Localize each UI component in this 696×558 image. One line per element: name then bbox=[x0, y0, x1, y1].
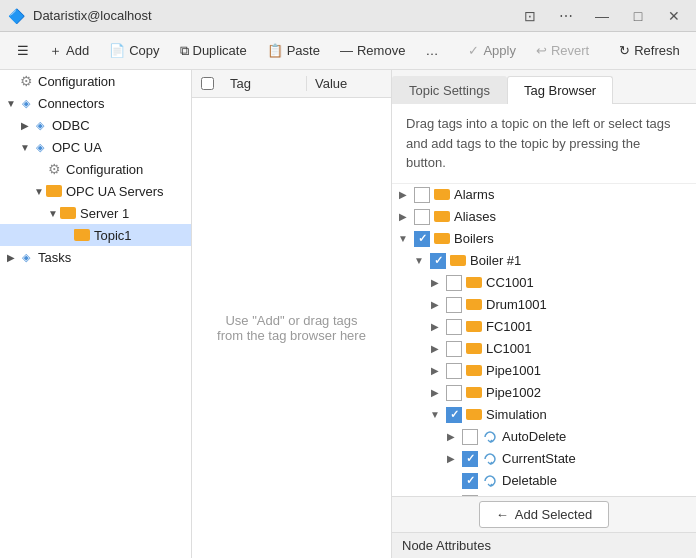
tag-checkbox-deletable[interactable] bbox=[462, 473, 478, 489]
revert-button[interactable]: ↩ Revert bbox=[527, 38, 598, 63]
close-icon-button[interactable]: ✕ bbox=[660, 2, 688, 30]
boilers-folder-icon bbox=[434, 233, 450, 244]
tag-checkbox-alarms[interactable] bbox=[414, 187, 430, 203]
tag-label-autodelete: AutoDelete bbox=[502, 429, 566, 444]
boiler1-folder-icon bbox=[450, 255, 466, 266]
toolbar: ☰ ＋ Add 📄 Copy ⧉ Duplicate 📋 Paste — Rem… bbox=[0, 32, 696, 70]
more-options-icon-button[interactable]: ⋯ bbox=[552, 2, 580, 30]
tag-checkbox-boilers[interactable] bbox=[414, 231, 430, 247]
more-icon: … bbox=[425, 43, 438, 58]
tag-item-drum1001[interactable]: ▶ Drum1001 bbox=[392, 294, 696, 316]
tag-item-autodelete[interactable]: ▶ AutoDelete bbox=[392, 426, 696, 448]
select-all-checkbox[interactable] bbox=[201, 77, 214, 90]
paste-icon: 📋 bbox=[267, 43, 283, 58]
lasttransition-tag-icon bbox=[482, 495, 498, 497]
tag-tree-area[interactable]: ▶ Alarms ▶ Aliases ▼ Boilers bbox=[392, 184, 696, 497]
tag-arrow-aliases: ▶ bbox=[396, 211, 410, 222]
tree-item-tasks[interactable]: ▶ ◈ Tasks bbox=[0, 246, 191, 268]
deletable-tag-icon bbox=[482, 473, 498, 489]
col-header-tag: Tag bbox=[222, 76, 307, 91]
col-header-value: Value bbox=[307, 76, 391, 91]
add-icon: ＋ bbox=[49, 42, 62, 60]
tag-checkbox-drum1001[interactable] bbox=[446, 297, 462, 313]
tree-label-opc-configuration: Configuration bbox=[66, 162, 143, 177]
tab-topic-settings[interactable]: Topic Settings bbox=[392, 76, 507, 104]
maximize-icon-button[interactable]: □ bbox=[624, 2, 652, 30]
hamburger-menu-button[interactable]: ☰ bbox=[8, 38, 38, 63]
tag-label-fc1001: FC1001 bbox=[486, 319, 532, 334]
tasks-icon: ◈ bbox=[18, 249, 34, 265]
tag-item-simulation[interactable]: ▼ Simulation bbox=[392, 404, 696, 426]
aliases-folder-icon bbox=[434, 211, 450, 222]
tree-label-opc-ua-servers: OPC UA Servers bbox=[66, 184, 164, 199]
title-bar: 🔷 Dataristix@localhost ⊡ ⋯ — □ ✕ bbox=[0, 0, 696, 32]
tag-label-currentstate: CurrentState bbox=[502, 451, 576, 466]
tag-checkbox-currentstate[interactable] bbox=[462, 451, 478, 467]
tag-item-lasttransition[interactable]: ▶ LastTransition bbox=[392, 492, 696, 497]
duplicate-button[interactable]: ⧉ Duplicate bbox=[171, 38, 256, 64]
tag-browser-content: Drag tags into a topic on the left or se… bbox=[392, 104, 696, 532]
tag-item-boiler1[interactable]: ▼ Boiler #1 bbox=[392, 250, 696, 272]
tag-item-lc1001[interactable]: ▶ LC1001 bbox=[392, 338, 696, 360]
refresh-button[interactable]: ↻ Refresh bbox=[610, 38, 689, 63]
minimize-icon-button[interactable]: — bbox=[588, 2, 616, 30]
tag-checkbox-pipe1002[interactable] bbox=[446, 385, 462, 401]
tree-item-configuration[interactable]: ⚙ Configuration bbox=[0, 70, 191, 92]
tag-item-aliases[interactable]: ▶ Aliases bbox=[392, 206, 696, 228]
tag-label-alarms: Alarms bbox=[454, 187, 494, 202]
tree-item-topic1[interactable]: Topic1 bbox=[0, 224, 191, 246]
tag-checkbox-boiler1[interactable] bbox=[430, 253, 446, 269]
tag-checkbox-aliases[interactable] bbox=[414, 209, 430, 225]
tag-checkbox-lasttransition[interactable] bbox=[462, 495, 478, 497]
opc-config-gear-icon: ⚙ bbox=[46, 161, 62, 177]
tag-item-fc1001[interactable]: ▶ FC1001 bbox=[392, 316, 696, 338]
tag-item-boilers[interactable]: ▼ Boilers bbox=[392, 228, 696, 250]
middle-panel: Tag Value Use "Add" or drag tags from th… bbox=[192, 70, 392, 558]
tag-item-deletable[interactable]: Deletable bbox=[392, 470, 696, 492]
tag-label-drum1001: Drum1001 bbox=[486, 297, 547, 312]
add-button[interactable]: ＋ Add bbox=[40, 37, 98, 65]
tag-item-alarms[interactable]: ▶ Alarms bbox=[392, 184, 696, 206]
tag-item-cc1001[interactable]: ▶ CC1001 bbox=[392, 272, 696, 294]
tag-checkbox-fc1001[interactable] bbox=[446, 319, 462, 335]
paste-button[interactable]: 📋 Paste bbox=[258, 38, 329, 63]
apply-button[interactable]: ✓ Apply bbox=[459, 38, 525, 63]
tag-label-pipe1001: Pipe1001 bbox=[486, 363, 541, 378]
tag-label-aliases: Aliases bbox=[454, 209, 496, 224]
tree-arrow-server1: ▼ bbox=[46, 208, 60, 219]
currentstate-tag-icon bbox=[482, 451, 498, 467]
tag-label-boilers: Boilers bbox=[454, 231, 494, 246]
tag-checkbox-pipe1001[interactable] bbox=[446, 363, 462, 379]
copy-button[interactable]: 📄 Copy bbox=[100, 38, 168, 63]
tag-checkbox-simulation[interactable] bbox=[446, 407, 462, 423]
servers-folder-icon bbox=[46, 185, 62, 197]
tag-checkbox-cc1001[interactable] bbox=[446, 275, 462, 291]
tag-label-cc1001: CC1001 bbox=[486, 275, 534, 290]
tree-item-opc-ua[interactable]: ▼ ◈ OPC UA bbox=[0, 136, 191, 158]
tag-label-lasttransition: LastTransition bbox=[502, 495, 583, 496]
tag-arrow-cc1001: ▶ bbox=[428, 277, 442, 288]
topic1-folder-icon bbox=[74, 229, 90, 241]
more-button[interactable]: … bbox=[416, 38, 447, 63]
checkmark-icon: ✓ bbox=[468, 43, 479, 58]
tag-item-pipe1002[interactable]: ▶ Pipe1002 bbox=[392, 382, 696, 404]
tree-item-connectors[interactable]: ▼ ◈ Connectors bbox=[0, 92, 191, 114]
tree-label-connectors: Connectors bbox=[38, 96, 104, 111]
tag-item-currentstate[interactable]: ▶ CurrentState bbox=[392, 448, 696, 470]
hamburger-icon: ☰ bbox=[17, 43, 29, 58]
tree-item-opc-ua-servers[interactable]: ▼ OPC UA Servers bbox=[0, 180, 191, 202]
pipe1002-folder-icon bbox=[466, 387, 482, 398]
tag-arrow-simulation: ▼ bbox=[428, 409, 442, 420]
tag-checkbox-autodelete[interactable] bbox=[462, 429, 478, 445]
add-selected-button[interactable]: ← Add Selected bbox=[479, 501, 609, 528]
left-panel: ⚙ Configuration ▼ ◈ Connectors ▶ ◈ ODBC … bbox=[0, 70, 192, 558]
tree-item-server1[interactable]: ▼ Server 1 bbox=[0, 202, 191, 224]
tree-item-odbc[interactable]: ▶ ◈ ODBC bbox=[0, 114, 191, 136]
tag-item-pipe1001[interactable]: ▶ Pipe1001 bbox=[392, 360, 696, 382]
tree-item-opc-configuration[interactable]: ⚙ Configuration bbox=[0, 158, 191, 180]
pin-icon-button[interactable]: ⊡ bbox=[516, 2, 544, 30]
tag-checkbox-lc1001[interactable] bbox=[446, 341, 462, 357]
tree-label-tasks: Tasks bbox=[38, 250, 71, 265]
tab-tag-browser[interactable]: Tag Browser bbox=[507, 76, 613, 104]
remove-button[interactable]: — Remove bbox=[331, 38, 414, 63]
